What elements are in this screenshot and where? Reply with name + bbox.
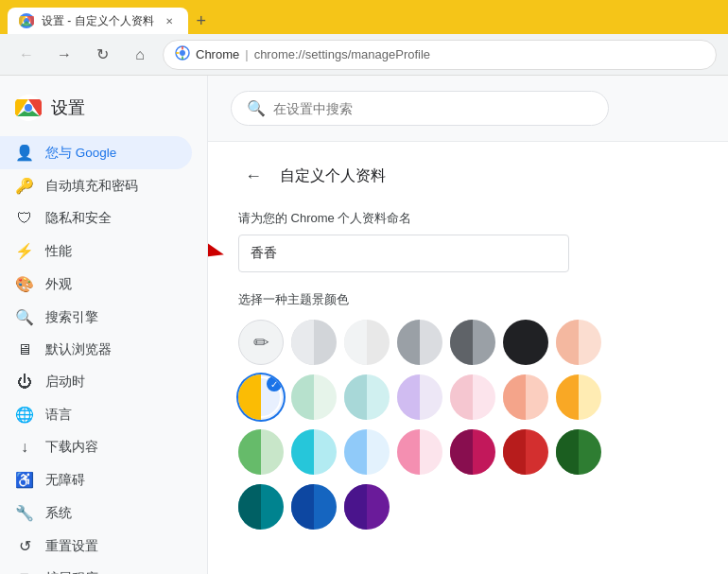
color-circle-custom[interactable]: ✏ bbox=[238, 320, 284, 365]
color-circle-orange[interactable] bbox=[556, 374, 601, 420]
sidebar-items-list: 👤您与 Google🔑自动填充和密码🛡隐私和安全⚡性能🎨外观🔍搜索引擎🖥默认浏览… bbox=[0, 136, 207, 574]
color-circle-teal-light[interactable] bbox=[344, 374, 390, 420]
sidebar-icon-system: 🔧 bbox=[15, 504, 34, 522]
color-circle-lavender[interactable] bbox=[397, 374, 442, 420]
tab-title: 设置 - 自定义个人资料 bbox=[42, 13, 154, 29]
sidebar-label-appearance: 外观 bbox=[45, 276, 72, 293]
red-arrow-annotation bbox=[208, 230, 229, 277]
color-circle-gray2[interactable] bbox=[344, 320, 390, 365]
color-circle-yellow-blue[interactable]: ✓ bbox=[238, 374, 284, 420]
color-circle-pink2[interactable] bbox=[397, 429, 442, 475]
forward-nav-button[interactable]: → bbox=[49, 40, 79, 70]
color-circle-mint[interactable] bbox=[238, 429, 284, 475]
main-layout: 设置 👤您与 Google🔑自动填充和密码🛡隐私和安全⚡性能🎨外观🔍搜索引擎🖥默… bbox=[0, 76, 728, 574]
sidebar-icon-privacy: 🛡 bbox=[15, 210, 34, 227]
color-circle-dark-navy[interactable] bbox=[291, 484, 337, 530]
sidebar-icon-appearance: 🎨 bbox=[15, 275, 34, 293]
sidebar-label-autofill: 自动填充和密码 bbox=[45, 178, 138, 195]
sidebar-label-privacy: 隐私和安全 bbox=[45, 210, 112, 227]
color-circle-purple-dark[interactable] bbox=[344, 484, 390, 530]
sidebar-item-performance[interactable]: ⚡性能 bbox=[0, 235, 192, 268]
color-circle-gray4[interactable] bbox=[450, 320, 495, 365]
sidebar-icon-extensions: ⧉ bbox=[15, 570, 34, 574]
sidebar-icon-search: 🔍 bbox=[15, 308, 34, 326]
chrome-logo bbox=[15, 95, 42, 121]
sidebar-label-performance: 性能 bbox=[45, 243, 72, 260]
color-circle-cyan[interactable] bbox=[291, 429, 337, 475]
search-bar: 🔍 bbox=[231, 91, 609, 126]
site-icon bbox=[175, 45, 190, 63]
color-circle-gray3[interactable] bbox=[397, 320, 442, 365]
sidebar-item-language[interactable]: 🌐语言 bbox=[0, 398, 192, 431]
color-circle-green-light[interactable] bbox=[291, 374, 337, 420]
tab-favicon bbox=[19, 13, 34, 28]
sidebar-item-autofill[interactable]: 🔑自动填充和密码 bbox=[0, 169, 192, 202]
svg-point-10 bbox=[25, 104, 32, 112]
color-circle-dark-teal[interactable] bbox=[238, 484, 284, 530]
selected-checkmark: ✓ bbox=[267, 376, 282, 391]
color-circle-dark-green[interactable] bbox=[556, 429, 601, 475]
sidebar-label-browser: 默认浏览器 bbox=[45, 341, 112, 358]
sidebar-label-reset: 重置设置 bbox=[45, 538, 98, 555]
profile-name-section: 请为您的 Chrome 个人资料命名 bbox=[238, 210, 698, 272]
color-circle-dark-red[interactable] bbox=[503, 429, 548, 475]
color-grid: ✏✓ bbox=[238, 320, 698, 530]
color-section: 选择一种主题景颜色 ✏✓ bbox=[238, 291, 698, 530]
content-area: 🔍 ← 自定义个人资料 请为您的 Chrome 个人资料命名 bbox=[208, 76, 728, 574]
profile-content: ← 自定义个人资料 请为您的 Chrome 个人资料命名 bbox=[208, 142, 728, 548]
sidebar-icon-accessibility: ♿ bbox=[15, 471, 34, 489]
color-circle-black[interactable] bbox=[503, 320, 548, 365]
sidebar-item-privacy[interactable]: 🛡隐私和安全 bbox=[0, 202, 192, 235]
sidebar-label-language: 语言 bbox=[45, 407, 72, 424]
home-button[interactable]: ⌂ bbox=[125, 40, 155, 70]
color-circle-gray1[interactable] bbox=[291, 320, 337, 365]
profile-name-input[interactable] bbox=[238, 235, 569, 272]
new-tab-button[interactable]: + bbox=[188, 8, 215, 34]
color-circle-crimson[interactable] bbox=[450, 429, 495, 475]
color-circle-pink-light[interactable] bbox=[450, 374, 495, 420]
sidebar-item-appearance[interactable]: 🎨外观 bbox=[0, 268, 192, 301]
sidebar-item-you-google[interactable]: 👤您与 Google bbox=[0, 136, 192, 169]
search-input[interactable] bbox=[273, 101, 593, 116]
sidebar-icon-reset: ↺ bbox=[15, 537, 34, 555]
browser-toolbar: ← → ↻ ⌂ Chrome | chrome://settings/manag… bbox=[0, 34, 728, 76]
sidebar-item-search[interactable]: 🔍搜索引擎 bbox=[0, 301, 192, 334]
name-input-container bbox=[238, 235, 698, 272]
sidebar-icon-performance: ⚡ bbox=[15, 242, 34, 260]
tab-close-button[interactable]: ✕ bbox=[162, 13, 177, 28]
back-nav-button[interactable]: ← bbox=[11, 40, 42, 70]
reload-button[interactable]: ↻ bbox=[87, 40, 117, 70]
back-button[interactable]: ← bbox=[238, 161, 269, 191]
sidebar-item-system[interactable]: 🔧系统 bbox=[0, 496, 192, 530]
profile-page-title: 自定义个人资料 bbox=[280, 166, 386, 186]
search-icon: 🔍 bbox=[247, 99, 266, 117]
sidebar-label-accessibility: 无障碍 bbox=[45, 472, 85, 489]
color-circle-peach[interactable] bbox=[556, 320, 601, 365]
sidebar-label-system: 系统 bbox=[45, 505, 72, 522]
color-circle-blue-light[interactable] bbox=[344, 429, 390, 475]
sidebar-item-startup[interactable]: ⏻启动时 bbox=[0, 366, 192, 398]
sidebar-item-extensions[interactable]: ⧉扩展程序 ↗ bbox=[0, 563, 192, 574]
address-path: chrome://settings/manageProfile bbox=[254, 47, 430, 61]
sidebar-icon-you-google: 👤 bbox=[15, 144, 34, 162]
active-tab[interactable]: 设置 - 自定义个人资料 ✕ bbox=[8, 8, 188, 34]
sidebar-icon-browser: 🖥 bbox=[15, 341, 34, 358]
sidebar-item-accessibility[interactable]: ♿无障碍 bbox=[0, 463, 192, 496]
settings-title: 设置 bbox=[51, 96, 85, 119]
name-section-label: 请为您的 Chrome 个人资料命名 bbox=[238, 210, 698, 227]
sidebar-label-you-google: 您与 Google bbox=[45, 145, 116, 162]
sidebar-label-downloads: 下载内容 bbox=[45, 439, 98, 456]
sidebar-icon-startup: ⏻ bbox=[15, 374, 34, 391]
sidebar-label-extensions: 扩展程序 bbox=[45, 570, 98, 574]
sidebar-item-browser[interactable]: 🖥默认浏览器 bbox=[0, 334, 192, 366]
sidebar-item-reset[interactable]: ↺重置设置 bbox=[0, 530, 192, 563]
address-separator: | bbox=[245, 47, 248, 61]
sidebar-label-startup: 启动时 bbox=[45, 374, 85, 391]
profile-header: ← 自定义个人资料 bbox=[238, 161, 698, 191]
address-domain: Chrome bbox=[196, 47, 239, 61]
sidebar-header: 设置 bbox=[0, 87, 207, 136]
sidebar-icon-language: 🌐 bbox=[15, 406, 34, 424]
address-bar[interactable]: Chrome | chrome://settings/manageProfile bbox=[163, 40, 717, 70]
color-circle-salmon[interactable] bbox=[503, 374, 548, 420]
sidebar-item-downloads[interactable]: ↓下载内容 bbox=[0, 431, 192, 463]
